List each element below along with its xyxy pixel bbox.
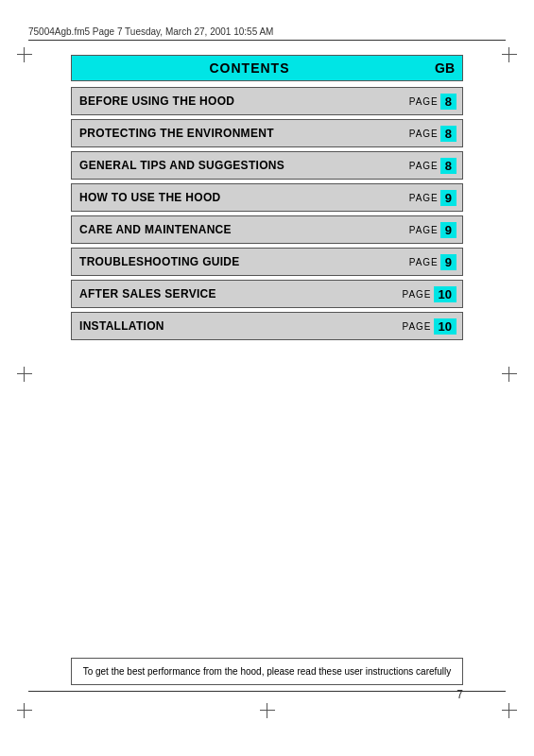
header-bar: 75004Agb.fm5 Page 7 Tuesday, March 27, 2… bbox=[28, 26, 506, 37]
toc-row-label: BEFORE USING THE HOOD bbox=[72, 94, 409, 108]
page-word: PAGE bbox=[402, 289, 431, 300]
toc-row-page: PAGE9 bbox=[409, 254, 462, 270]
crosshair-middle-right bbox=[502, 367, 517, 382]
toc-row: AFTER SALES SERVICEPAGE10 bbox=[71, 280, 463, 308]
page-num: 8 bbox=[440, 126, 456, 142]
toc-row: INSTALLATIONPAGE10 bbox=[71, 312, 463, 340]
page-num: 9 bbox=[440, 190, 456, 206]
page-word: PAGE bbox=[409, 193, 439, 203]
crosshair-middle-left bbox=[17, 367, 32, 382]
toc-row: HOW TO USE THE HOODPAGE9 bbox=[71, 183, 463, 212]
page-num: 10 bbox=[434, 286, 456, 302]
crosshair-bottom-middle bbox=[260, 703, 275, 718]
page-num: 10 bbox=[434, 318, 456, 335]
toc-row: CARE AND MAINTENANCEPAGE9 bbox=[71, 215, 463, 244]
toc-row-page: PAGE10 bbox=[402, 286, 462, 302]
toc-row: TROUBLESHOOTING GUIDEPAGE9 bbox=[71, 248, 463, 276]
bottom-note: To get the best performance from the hoo… bbox=[71, 658, 463, 685]
file-info: 75004Agb.fm5 Page 7 Tuesday, March 27, 2… bbox=[28, 26, 273, 37]
contents-title-row: CONTENTS GB bbox=[71, 55, 463, 81]
toc-row-label: AFTER SALES SERVICE bbox=[72, 287, 402, 301]
page-num: 8 bbox=[440, 158, 456, 174]
page-word: PAGE bbox=[409, 257, 439, 267]
toc-row-label: GENERAL TIPS AND SUGGESTIONS bbox=[72, 159, 409, 172]
crosshair-top-left bbox=[17, 47, 32, 62]
toc-row-label: TROUBLESHOOTING GUIDE bbox=[72, 255, 409, 268]
crosshair-bottom-left bbox=[17, 703, 32, 718]
toc-rows: BEFORE USING THE HOODPAGE8PROTECTING THE… bbox=[71, 87, 463, 340]
bottom-note-text: To get the best performance from the hoo… bbox=[83, 666, 452, 677]
toc-row-page: PAGE9 bbox=[409, 222, 462, 238]
bottom-line bbox=[28, 691, 506, 692]
toc-row-label: HOW TO USE THE HOOD bbox=[72, 191, 409, 204]
page-number: 7 bbox=[456, 688, 463, 701]
page-word: PAGE bbox=[409, 161, 439, 171]
toc-row: BEFORE USING THE HOODPAGE8 bbox=[71, 87, 463, 115]
page-word: PAGE bbox=[402, 321, 431, 332]
toc-row-page: PAGE9 bbox=[409, 190, 462, 206]
page-num: 9 bbox=[440, 254, 456, 270]
page-container: 75004Agb.fm5 Page 7 Tuesday, March 27, 2… bbox=[0, 0, 534, 756]
crosshair-bottom-right bbox=[502, 703, 517, 718]
toc-row-label: PROTECTING THE ENVIRONMENT bbox=[72, 127, 409, 140]
header-line bbox=[28, 40, 506, 41]
toc-row-label: CARE AND MAINTENANCE bbox=[72, 223, 409, 236]
page-word: PAGE bbox=[409, 96, 439, 107]
crosshair-top-right bbox=[502, 47, 517, 62]
content-area: CONTENTS GB BEFORE USING THE HOODPAGE8PR… bbox=[71, 55, 463, 344]
toc-row: GENERAL TIPS AND SUGGESTIONSPAGE8 bbox=[71, 151, 463, 180]
toc-row: PROTECTING THE ENVIRONMENTPAGE8 bbox=[71, 119, 463, 147]
page-word: PAGE bbox=[409, 225, 439, 235]
contents-gb-label: GB bbox=[427, 55, 463, 81]
toc-row-page: PAGE10 bbox=[402, 318, 462, 335]
page-num: 8 bbox=[440, 94, 456, 110]
toc-row-page: PAGE8 bbox=[409, 158, 462, 174]
toc-row-page: PAGE8 bbox=[409, 126, 462, 142]
toc-row-label: INSTALLATION bbox=[72, 319, 402, 333]
page-word: PAGE bbox=[409, 129, 439, 139]
contents-title: CONTENTS bbox=[71, 55, 428, 81]
toc-row-page: PAGE8 bbox=[409, 94, 462, 110]
page-num: 9 bbox=[440, 222, 456, 238]
